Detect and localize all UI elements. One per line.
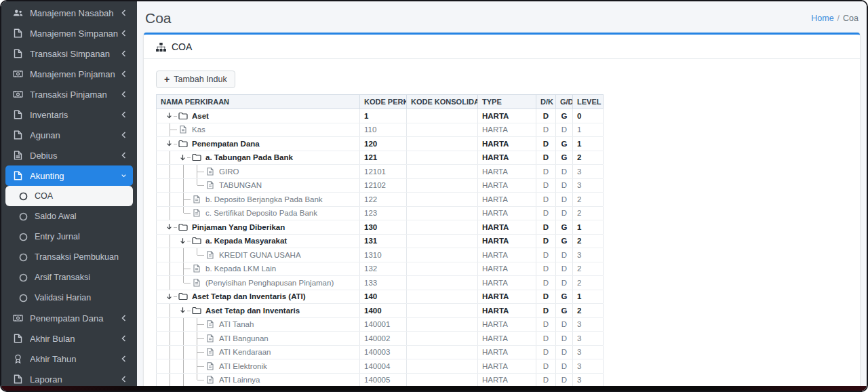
table-row[interactable]: ATI Bangunan140002HARTADD3 <box>157 332 604 346</box>
account-name: Pinjaman Yang Diberikan <box>192 223 285 231</box>
kode-perk-cell: 130 <box>360 220 407 235</box>
tree-node: Aset Tetap dan Inventaris <box>161 304 355 317</box>
table-row[interactable]: Aset Tetap dan Inventaris (ATI)140HARTAD… <box>157 290 604 304</box>
file-icon <box>11 28 24 38</box>
tree-connector <box>177 193 191 206</box>
tree-node: Aset Tetap dan Inventaris (ATI) <box>161 290 355 304</box>
expander-icon[interactable] <box>163 290 177 304</box>
sidebar-item-inventaris[interactable]: Inventaris <box>5 104 133 125</box>
table-row[interactable]: Penempatan Dana120HARTADG1 <box>157 137 604 151</box>
table-row[interactable]: ATI Tanah140001HARTADD3 <box>157 317 604 332</box>
file-icon <box>205 348 215 356</box>
sidebar-item-akhir-tahun[interactable]: Akhir Tahun <box>5 349 133 369</box>
sidebar-item-agunan[interactable]: Agunan <box>5 125 133 145</box>
dk-cell: D <box>536 178 556 193</box>
sidebar-item-label: Inventaris <box>30 110 119 120</box>
sidebar-item-label: Manajemen Pinjaman <box>30 69 119 79</box>
table-row[interactable]: c. Sertifikat Deposito Pada Bank123HARTA… <box>157 206 604 220</box>
tambah-induk-button[interactable]: + Tambah Induk <box>156 71 235 88</box>
kode-konsolidasi-cell <box>407 193 478 207</box>
expander-icon[interactable] <box>177 304 191 317</box>
expander-icon[interactable] <box>163 137 177 151</box>
sidebar-subitem-coa[interactable]: COA <box>5 186 133 206</box>
sidebar-subitem-arsif-transaksi[interactable]: Arsif Transaksi <box>5 267 133 288</box>
chevron-left-icon <box>119 355 127 362</box>
kode-konsolidasi-cell <box>407 151 478 165</box>
card-title: COA <box>172 41 192 52</box>
sidebar-item-transaksi-simpanan[interactable]: Transaksi Simpanan <box>5 43 133 64</box>
account-name: ATI Tanah <box>219 320 254 328</box>
sidebar-item-debius[interactable]: Debius <box>5 145 133 165</box>
table-row[interactable]: Aset1HARTADG0 <box>157 109 604 123</box>
sidebar-item-manajemen-nasabah[interactable]: Manajemen Nasabah <box>5 3 133 23</box>
sidebar-subitem-entry-jurnal[interactable]: Entry Jurnal <box>5 227 133 247</box>
dk-cell: D <box>536 193 556 207</box>
sidebar-item-akhir-bulan[interactable]: Akhir Bulan <box>5 328 133 349</box>
table-row[interactable]: (Penyisihan Penghapusan Pinjaman)133HART… <box>157 276 604 290</box>
sidebar-item-label: Debius <box>30 151 119 161</box>
table-row[interactable]: Pinjaman Yang Diberikan130HARTADG1 <box>157 220 604 235</box>
table-row[interactable]: a. Kepada Masyarakat131HARTADG2 <box>157 234 604 248</box>
sidebar-item-transaksi-pinjaman[interactable]: Transaksi Pinjaman <box>5 84 133 104</box>
table-row[interactable]: Kas110HARTADD1 <box>157 123 604 137</box>
tree-line <box>177 346 191 359</box>
kode-perk-cell: 122 <box>360 193 407 207</box>
table-row[interactable]: ATI Lainnya140005HARTADD3 <box>157 373 604 387</box>
kode-perk-cell: 12101 <box>360 165 407 179</box>
sidebar-item-manajemen-pinjaman[interactable]: Manajemen Pinjaman <box>5 64 133 84</box>
plus-icon: + <box>164 75 170 83</box>
table-row[interactable]: ATI Elektronik140004HARTADD3 <box>157 359 604 374</box>
table-row[interactable]: a. Tabungan Pada Bank121HARTADG2 <box>157 151 604 165</box>
sidebar-item-manajemen-simpanan[interactable]: Manajemen Simpanan <box>5 23 133 43</box>
kode-perk-cell: 1 <box>360 109 407 123</box>
expander-icon[interactable] <box>177 151 191 165</box>
table-row[interactable]: b. Deposito Berjangka Pada Bank122HARTAD… <box>157 193 604 207</box>
nama-perkiraan-cell: Pinjaman Yang Diberikan <box>157 220 360 235</box>
sidebar-item-akunting[interactable]: Akunting <box>5 165 133 186</box>
table-row[interactable]: GIRO12101HARTADD3 <box>157 165 604 179</box>
tree-line <box>163 262 177 276</box>
circle-icon <box>18 253 28 262</box>
dk-cell: D <box>536 304 556 318</box>
circle-icon <box>18 233 28 241</box>
file-icon <box>192 279 201 287</box>
coa-table: NAMA PERKIRAANKODE PERKKODE KONSOLIDASIT… <box>156 94 604 392</box>
tree-connector <box>191 318 204 332</box>
gd-cell: G <box>556 109 573 123</box>
level-cell: 2 <box>573 304 604 318</box>
folder-icon <box>192 153 201 161</box>
table-row[interactable]: TABUNGAN12102HARTADD3 <box>157 178 604 193</box>
table-row[interactable]: KREDIT GUNA USAHA1310HARTADD3 <box>157 248 604 262</box>
account-name: a. Tabungan Pada Bank <box>205 153 293 161</box>
sidebar-subitem-saldo-awal[interactable]: Saldo Awal <box>5 206 133 227</box>
kode-perk-cell: 1310 <box>360 248 407 262</box>
table-row[interactable]: Aset Tetap dan Inventaris1400HARTADG2 <box>157 304 604 318</box>
table-row[interactable]: ATI Kendaraan140003HARTADD3 <box>157 345 604 359</box>
expander-icon[interactable] <box>163 220 177 234</box>
gd-cell: G <box>556 137 573 151</box>
sidebar-nav: Manajemen NasabahManajemen SimpananTrans… <box>1 3 137 389</box>
expander-icon[interactable] <box>177 235 191 248</box>
kode-perk-cell: 12102 <box>360 178 407 193</box>
type-cell: HARTA <box>478 165 536 179</box>
kode-perk-cell: 140002 <box>360 332 407 346</box>
sidebar-item-penempatan-dana[interactable]: Penempatan Dana <box>5 308 133 328</box>
level-cell: 3 <box>573 373 604 387</box>
dk-cell: D <box>536 262 556 276</box>
folder-icon <box>178 223 188 231</box>
tree-line <box>177 165 191 178</box>
sidebar-subitem-transaksi-pembukuan[interactable]: Transaksi Pembukuan <box>5 247 133 267</box>
breadcrumb: Home/Coa <box>811 14 859 23</box>
account-name: ATI Bangunan <box>219 334 269 342</box>
tree-connector <box>191 179 204 193</box>
expander-icon[interactable] <box>163 109 177 123</box>
table-row[interactable]: b. Kepada LKM Lain132HARTADD2 <box>157 262 604 276</box>
tree-line <box>163 332 177 345</box>
type-cell: HARTA <box>478 193 536 207</box>
tree-line <box>163 374 177 387</box>
kode-perk-cell: 140001 <box>360 317 407 332</box>
tree-node: TABUNGAN <box>161 179 355 193</box>
breadcrumb-home-link[interactable]: Home <box>811 14 833 23</box>
circle-icon <box>18 273 28 282</box>
sidebar-subitem-validasi-harian[interactable]: Validasi Harian <box>5 288 133 308</box>
